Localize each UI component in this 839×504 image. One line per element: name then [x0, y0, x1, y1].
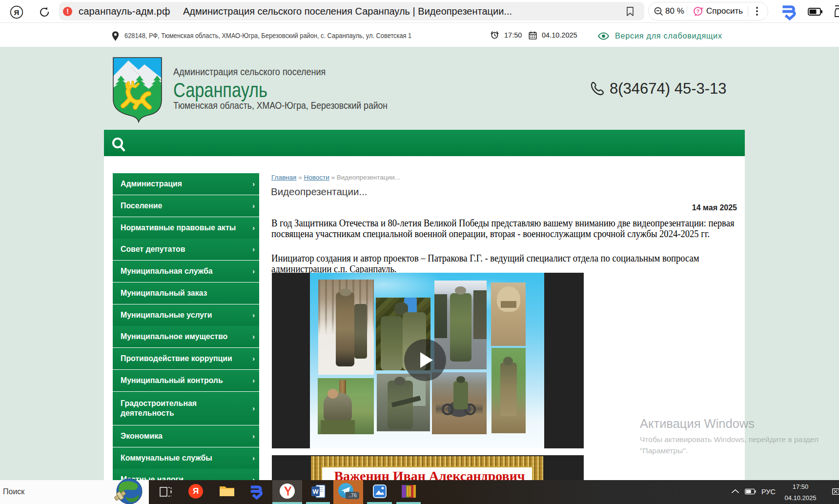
svg-text:?: ?: [696, 9, 699, 14]
svg-text:Я: Я: [14, 8, 20, 17]
svg-text:W: W: [312, 488, 319, 495]
